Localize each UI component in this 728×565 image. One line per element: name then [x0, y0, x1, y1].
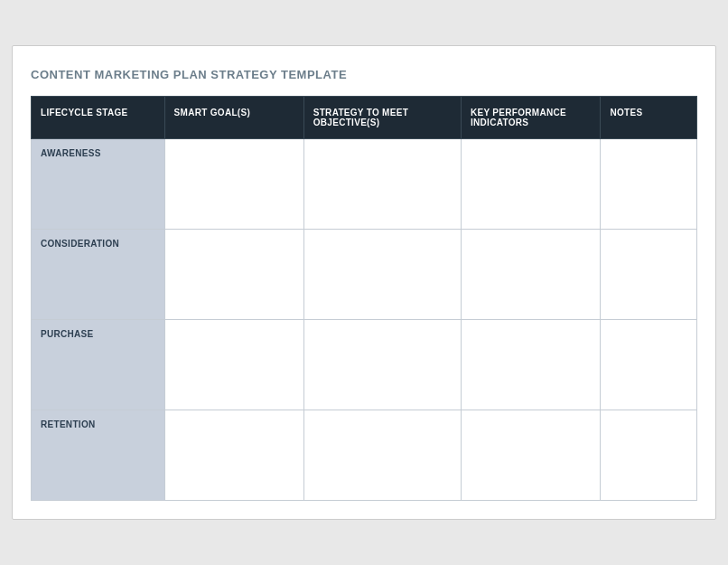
smart-purchase[interactable]: [164, 320, 303, 410]
smart-awareness[interactable]: [164, 139, 303, 230]
table-row: AWARENESS: [32, 139, 697, 230]
notes-retention[interactable]: [601, 410, 697, 501]
strategy-awareness[interactable]: [303, 139, 461, 230]
kpi-retention[interactable]: [461, 410, 600, 501]
page-title: CONTENT MARKETING PLAN STRATEGY TEMPLATE: [31, 68, 697, 81]
notes-purchase[interactable]: [601, 320, 697, 410]
strategy-retention[interactable]: [303, 410, 461, 501]
notes-consideration[interactable]: [601, 230, 697, 320]
table-row: CONSIDERATION: [32, 230, 697, 320]
strategy-consideration[interactable]: [303, 230, 461, 320]
header-strategy: STRATEGY TO MEET OBJECTIVE(S): [303, 97, 461, 139]
header-notes: NOTES: [601, 97, 697, 139]
table-row: PURCHASE: [32, 320, 697, 410]
smart-retention[interactable]: [164, 410, 303, 501]
smart-consideration[interactable]: [164, 230, 303, 320]
stage-awareness: AWARENESS: [32, 139, 165, 230]
kpi-purchase[interactable]: [461, 320, 600, 410]
stage-consideration: CONSIDERATION: [32, 230, 165, 320]
kpi-consideration[interactable]: [461, 230, 600, 320]
kpi-awareness[interactable]: [461, 139, 600, 230]
strategy-purchase[interactable]: [303, 320, 461, 410]
table-row: RETENTION: [32, 410, 697, 501]
table-header-row: LIFECYCLE STAGE SMART GOAL(S) STRATEGY T…: [32, 97, 697, 139]
header-lifecycle: LIFECYCLE STAGE: [32, 97, 165, 139]
stage-purchase: PURCHASE: [32, 320, 165, 410]
stage-retention: RETENTION: [32, 410, 165, 501]
header-smart: SMART GOAL(S): [164, 97, 303, 139]
strategy-table: LIFECYCLE STAGE SMART GOAL(S) STRATEGY T…: [31, 96, 697, 501]
page-container: CONTENT MARKETING PLAN STRATEGY TEMPLATE…: [12, 45, 716, 520]
notes-awareness[interactable]: [601, 139, 697, 230]
header-kpi: KEY PERFORMANCE INDICATORS: [461, 97, 600, 139]
